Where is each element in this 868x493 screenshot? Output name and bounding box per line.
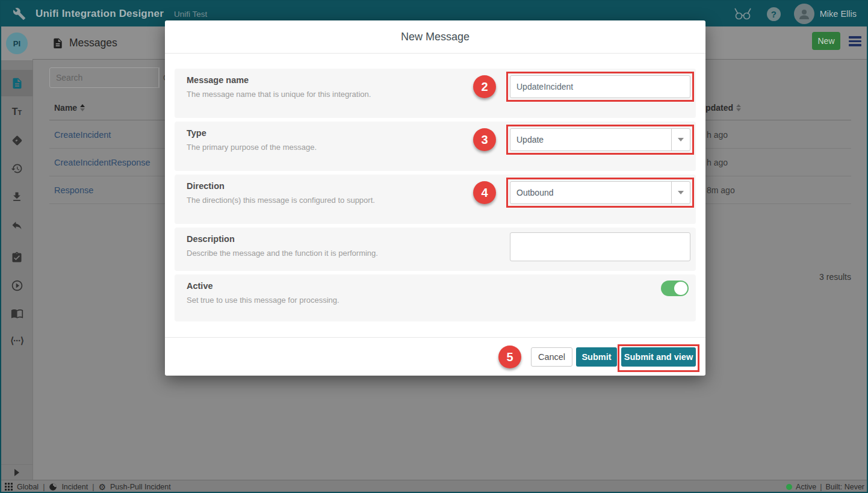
table-row-updated: h ago xyxy=(707,130,728,140)
wrench-icon xyxy=(13,7,26,20)
sidebar-item-runs[interactable] xyxy=(1,272,33,299)
field-active: Active Set true to use this message for … xyxy=(175,274,696,321)
clipboard-check-icon xyxy=(11,252,23,264)
annotation-badge-5: 5 xyxy=(498,346,521,368)
help-icon[interactable]: ? xyxy=(767,7,781,21)
annotation-badge-2: 2 xyxy=(473,75,496,98)
toggle-knob xyxy=(674,282,687,295)
integration-avatar[interactable]: PI xyxy=(1,26,33,60)
modal-title: New Message xyxy=(165,20,705,54)
column-header-updated[interactable]: Updated xyxy=(699,102,741,114)
sort-icon xyxy=(736,104,741,111)
scope-label[interactable]: Global xyxy=(17,483,39,491)
description-textarea[interactable] xyxy=(510,232,690,261)
message-name-input[interactable] xyxy=(510,75,690,98)
sidebar-item-tasks[interactable] xyxy=(1,244,33,271)
sidebar-expand-button[interactable] xyxy=(1,464,33,480)
app-title: Unifi Integration Designer xyxy=(36,8,164,20)
sort-icon xyxy=(80,104,85,111)
book-icon xyxy=(11,307,23,320)
sidebar-item-pollers[interactable] xyxy=(1,155,33,182)
code-icon: ⟨···⟩ xyxy=(10,335,23,346)
type-select[interactable]: Update xyxy=(510,128,690,151)
integration-initials: PI xyxy=(6,33,28,54)
application-label[interactable]: Incident xyxy=(61,483,88,491)
annotation-badge-4: 4 xyxy=(473,181,496,204)
sidebar-item-fields[interactable]: TT xyxy=(1,99,33,125)
sidebar-item-bonds[interactable] xyxy=(1,127,33,153)
built-label: Built: Never xyxy=(825,483,864,491)
download-icon xyxy=(11,191,23,203)
spectacles-icon[interactable] xyxy=(733,7,752,20)
user-avatar[interactable] xyxy=(794,4,814,24)
sidebar-item-documentation[interactable] xyxy=(1,300,33,326)
table-row-link[interactable]: CreateIncidentResponse xyxy=(54,158,150,167)
menu-icon[interactable] xyxy=(849,36,861,46)
submit-button[interactable]: Submit xyxy=(576,347,617,367)
play-circle-icon xyxy=(11,279,23,292)
cancel-button[interactable]: Cancel xyxy=(531,347,572,367)
page-document-icon xyxy=(52,37,64,49)
chevron-down-icon[interactable] xyxy=(671,129,690,150)
active-toggle[interactable] xyxy=(661,281,689,296)
grid-icon xyxy=(5,483,13,491)
status-bar: Global | Incident | ⚙ Push-Pull Incident… xyxy=(1,480,868,493)
history-icon xyxy=(11,163,23,175)
diamond-arrow-icon xyxy=(11,134,23,147)
messages-document-icon xyxy=(11,77,23,90)
new-message-modal: New Message Message name The message nam… xyxy=(165,20,705,376)
submit-and-view-button[interactable]: Submit and view xyxy=(621,347,696,367)
table-row-updated: 8m ago xyxy=(707,185,735,195)
new-button[interactable]: New xyxy=(812,32,840,50)
text-fields-icon: TT xyxy=(12,107,22,117)
status-label: Active xyxy=(796,483,816,491)
page-title-wrap: Messages xyxy=(52,26,117,60)
sidebar-item-scripts[interactable]: ⟨···⟩ xyxy=(1,327,33,354)
sidebar-item-import[interactable] xyxy=(1,184,33,210)
direction-select[interactable]: Outbound xyxy=(510,181,690,204)
sidebar-item-responses[interactable] xyxy=(1,212,33,238)
chevron-down-icon[interactable] xyxy=(671,182,690,203)
page-title: Messages xyxy=(69,37,117,49)
table-row-link[interactable]: Response xyxy=(54,185,93,195)
search-input[interactable] xyxy=(49,67,159,88)
app-window: Unifi Integration Designer Unifi Test ? … xyxy=(0,0,868,493)
reply-icon xyxy=(11,219,23,231)
table-row-link[interactable]: CreateIncident xyxy=(54,130,111,140)
incident-circle-icon xyxy=(49,483,57,491)
status-dot xyxy=(786,484,792,490)
integration-label[interactable]: Push-Pull Incident xyxy=(110,483,171,491)
environment-name[interactable]: Unifi Test xyxy=(174,10,207,19)
gear-icon: ⚙ xyxy=(98,482,106,492)
annotation-badge-3: 3 xyxy=(473,128,496,151)
expand-arrow-icon xyxy=(14,469,19,476)
user-name[interactable]: Mike Ellis xyxy=(820,9,857,19)
column-header-name[interactable]: Name xyxy=(54,102,85,114)
table-row-updated: h ago xyxy=(707,158,728,167)
results-count: 3 results xyxy=(724,272,851,282)
sidebar-item-messages[interactable] xyxy=(1,70,33,96)
